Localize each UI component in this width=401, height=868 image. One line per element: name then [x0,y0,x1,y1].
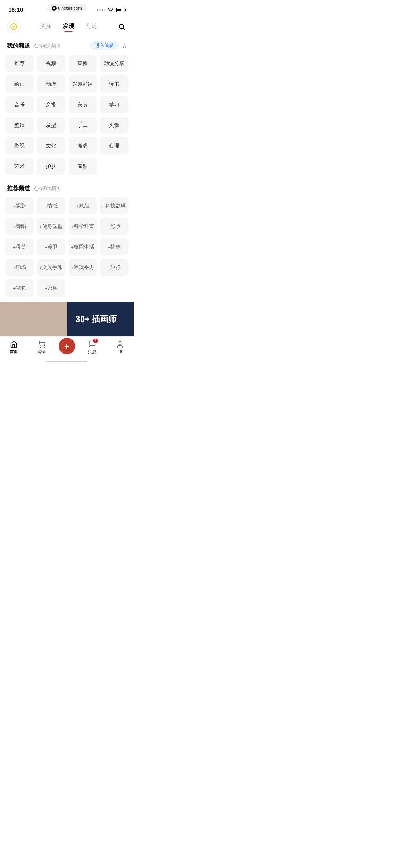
edit-channel-button[interactable]: 进入编辑 [90,41,119,50]
rec-channel-摄影[interactable]: 摄影 [5,197,34,214]
status-right-icons [97,8,125,12]
my-channels-actions: 进入编辑 ∧ [90,41,127,50]
nav-plus-button[interactable]: + [59,338,75,354]
channel-item-绘画[interactable]: 绘画 [5,75,34,93]
svg-point-4 [119,341,121,344]
svg-point-2 [40,347,41,348]
url-text: uinotes.com [58,5,82,11]
home-indicator [0,358,134,365]
tab-discover[interactable]: 发现 [63,22,74,32]
channel-item-头像[interactable]: 头像 [100,117,128,134]
rec-channel-减脂[interactable]: 减脂 [69,197,97,214]
rec-channel-校园生活[interactable]: 校园生活 [69,238,97,255]
channel-item-动漫分享[interactable]: 动漫分享 [100,55,128,72]
recommend-channels-subtitle: 点击添加频道 [34,185,60,192]
message-badge: 3 [93,339,98,343]
rec-channel-职场[interactable]: 职场 [5,259,34,276]
battery-icon [116,8,125,12]
channel-item-读书[interactable]: 读书 [100,75,128,93]
rec-channel-家居[interactable]: 家居 [37,279,65,297]
collapse-icon[interactable]: ∧ [122,42,127,49]
channel-item-视频[interactable]: 视频 [37,55,65,72]
channel-item-学习[interactable]: 学习 [100,96,128,113]
bottom-preview: 30+ 插画师 [0,302,134,336]
wifi-icon [108,8,114,12]
rec-channel-搞笑[interactable]: 搞笑 [100,238,128,255]
rec-channel-旅行[interactable]: 旅行 [100,259,128,276]
signal-dots-icon [97,9,106,11]
bottom-nav: 首页 购物 + 3 消息 我 [0,336,134,358]
svg-point-0 [119,24,124,29]
my-channels-grid: 推荐 视频 直播 动漫分享 绘画 动漫 兴趣群组 读书 音乐 穿搭 美食 学习 … [0,53,134,180]
channel-item-音乐[interactable]: 音乐 [5,96,34,113]
channel-item-美食[interactable]: 美食 [69,96,97,113]
channel-item-动漫[interactable]: 动漫 [37,75,65,93]
my-channels-title-group: 我的频道 点击进入频道 [7,42,60,50]
channel-item-穿搭[interactable]: 穿搭 [37,96,65,113]
search-icon [118,23,125,31]
tab-nearby[interactable]: 附近 [85,22,97,32]
nav-shop[interactable]: 购物 [31,341,52,355]
nav-me-label: 我 [118,349,122,355]
logo-dot [13,26,15,28]
message-icon-wrap: 3 [88,340,96,349]
channel-item-艺术[interactable]: 艺术 [5,158,34,175]
channel-item-游戏[interactable]: 游戏 [69,137,97,154]
rec-channel-箱包[interactable]: 箱包 [5,279,34,297]
channel-item-影视[interactable]: 影视 [5,137,34,154]
logo-ring [10,23,17,30]
recommend-title-group: 推荐频道 点击添加频道 [7,184,60,192]
home-indicator-bar [46,361,87,362]
rec-channel-情感[interactable]: 情感 [37,197,65,214]
tab-follow[interactable]: 关注 [40,22,52,32]
me-icon [116,341,124,348]
app-logo[interactable] [7,20,21,34]
channel-item-家装[interactable]: 家装 [69,158,97,175]
channel-item-推荐[interactable]: 推荐 [5,55,34,72]
nav-home-label: 首页 [10,349,18,355]
svg-line-1 [123,28,125,30]
channel-item-文化[interactable]: 文化 [37,137,65,154]
channel-item-护肤[interactable]: 护肤 [37,158,65,175]
status-bar: 18:10 uinotes.com [0,0,134,17]
rec-channel-母婴[interactable]: 母婴 [5,238,34,255]
my-channels-title: 我的频道 [7,42,30,50]
channel-item-发型[interactable]: 发型 [37,117,65,134]
nav-shop-label: 购物 [37,349,46,355]
nav-home[interactable]: 首页 [3,341,24,355]
channel-item-兴趣群组[interactable]: 兴趣群组 [69,75,97,93]
channel-item-壁纸[interactable]: 壁纸 [5,117,34,134]
recommend-channels-grid: 摄影 情感 减脂 科技数码 舞蹈 健身塑型 科学科普 彩妆 母婴 美甲 校园生活… [0,196,134,302]
rec-channel-美甲[interactable]: 美甲 [37,238,65,255]
nav-message-label: 消息 [88,349,96,355]
home-icon [10,341,17,348]
recommend-channels-title: 推荐频道 [7,184,30,192]
nav-tabs: 关注 发现 附近 [21,22,117,32]
search-button[interactable] [117,22,127,32]
url-logo [52,6,57,11]
rec-channel-潮玩手办[interactable]: 潮玩手办 [69,259,97,276]
rec-channel-健身塑型[interactable]: 健身塑型 [37,218,65,235]
channel-item-手工[interactable]: 手工 [69,117,97,134]
rec-channel-彩妆[interactable]: 彩妆 [100,218,128,235]
rec-channel-文具手账[interactable]: 文具手账 [37,259,65,276]
rec-channel-舞蹈[interactable]: 舞蹈 [5,218,34,235]
recommend-channels-header: 推荐频道 点击添加频道 [0,180,134,196]
nav-message[interactable]: 3 消息 [82,340,102,355]
rec-channel-科技数码[interactable]: 科技数码 [100,197,128,214]
rec-channel-科学科普[interactable]: 科学科普 [69,218,97,235]
shop-icon [38,341,45,348]
my-channels-header: 我的频道 点击进入频道 进入编辑 ∧ [0,37,134,53]
my-channels-subtitle: 点击进入频道 [34,43,60,49]
preview-text: 30+ 插画师 [76,314,117,325]
nav-me[interactable]: 我 [110,341,130,355]
nav-bar: 关注 发现 附近 [0,17,134,37]
status-url: uinotes.com [47,4,87,12]
status-time: 18:10 [8,7,23,13]
svg-point-3 [44,347,44,348]
channel-item-直播[interactable]: 直播 [69,55,97,72]
channel-item-心理[interactable]: 心理 [100,137,128,154]
